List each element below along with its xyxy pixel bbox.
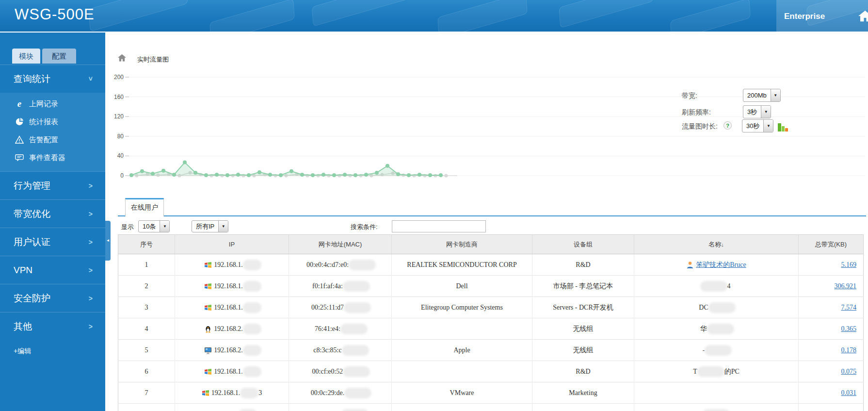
chevron-down-icon[interactable]: ▼ xyxy=(763,120,773,132)
app-root: { "header": { "title": "WSG-500E", "edit… xyxy=(0,0,868,411)
help-icon[interactable]: ? xyxy=(723,121,732,130)
column-header[interactable]: 序号 xyxy=(118,235,175,254)
cell-name: 华 xyxy=(634,318,799,340)
bandwidth-link[interactable]: 7.574 xyxy=(841,304,857,311)
column-header[interactable]: 总带宽(KB) xyxy=(799,235,864,254)
redacted-blur xyxy=(710,304,734,311)
redacted-blur xyxy=(342,326,366,332)
cell-bandwidth: 306.921 xyxy=(799,276,864,297)
sidebar-subitem[interactable]: e上网记录 xyxy=(0,95,105,113)
tab-online-users[interactable]: 在线用户 xyxy=(125,198,164,216)
table-row: 1192.168.1.00:e0:4c:d7:e0:REALTEK SEMICO… xyxy=(118,254,864,276)
redacted-blur xyxy=(346,304,369,311)
cell-name xyxy=(634,404,799,411)
filter-bar: 显示 10条 ▼ 所有IP ▼ 搜索条件: xyxy=(118,219,866,234)
sidebar-edit-link[interactable]: +编辑 xyxy=(14,347,31,356)
redacted-blur xyxy=(709,326,732,332)
home-icon[interactable] xyxy=(858,10,868,22)
cell-group: 市场部 - 李总笔记本 xyxy=(532,276,634,297)
sidebar-item-5[interactable]: 安全防护> xyxy=(0,284,105,312)
sidebar-item-vpn[interactable]: VPN> xyxy=(0,256,105,284)
bandwidth-select[interactable]: 200Mb ▼ xyxy=(743,89,781,102)
ip-filter-select[interactable]: 所有IP ▼ xyxy=(192,220,228,232)
tab-modules[interactable]: 模块 xyxy=(12,49,40,64)
cell-mac: 00:0c:29:de. xyxy=(289,382,392,404)
cell-index: 4 xyxy=(118,318,175,340)
column-header[interactable]: 网卡制造商 xyxy=(392,235,532,254)
sidebar-item-label: VPN xyxy=(14,265,32,275)
table-row: 3192.168.1.00:25:11:d7Elitegroup Compute… xyxy=(118,297,864,318)
keyboard-texture xyxy=(312,0,416,27)
cell-vendor: Dell xyxy=(392,276,532,297)
alert-triangle-icon xyxy=(15,135,24,144)
cell-group: Marketing xyxy=(532,404,634,411)
cell-ip: 192.168.2. xyxy=(175,340,289,361)
chevron-down-icon[interactable]: ▼ xyxy=(160,221,169,232)
redacted-blur xyxy=(245,262,259,268)
table-header-row: 序号IP网卡地址(MAC)网卡制造商设备组名称↓总带宽(KB) xyxy=(118,235,864,254)
redacted-blur xyxy=(699,368,723,375)
cell-name: T的PC xyxy=(634,361,799,382)
page-size-value: 10条 xyxy=(139,221,160,232)
cell-vendor xyxy=(392,318,532,340)
duration-label: 流量图时长: xyxy=(682,122,718,131)
svg-text:200: 200 xyxy=(114,74,124,81)
breadcrumb-home-icon[interactable] xyxy=(118,54,126,62)
sidebar-item-1[interactable]: 行为管理> xyxy=(0,171,105,199)
page-size-select[interactable]: 10条 ▼ xyxy=(138,220,170,232)
bandwidth-link[interactable]: 5.169 xyxy=(841,261,857,268)
bandwidth-link[interactable]: 0.075 xyxy=(841,368,857,375)
message-bubble-icon xyxy=(15,153,24,162)
redacted-blur xyxy=(346,390,370,396)
search-input[interactable] xyxy=(392,220,486,232)
cell-bandwidth: 0.075 xyxy=(799,361,864,382)
cell-index: 8 xyxy=(118,404,175,411)
device-name: 4 xyxy=(727,282,731,290)
cell-ip: 192.168.1. xyxy=(175,297,289,318)
redacted-blur xyxy=(245,347,259,354)
bandwidth-link[interactable]: 0.365 xyxy=(841,325,857,332)
sidebar-item-2[interactable]: 带宽优化> xyxy=(0,199,105,228)
sidebar-subitem[interactable]: 告警配置 xyxy=(0,131,105,148)
bar-chart-icon[interactable] xyxy=(777,122,789,132)
column-header[interactable]: 名称↓ xyxy=(634,235,799,254)
sidebar-menu: 查询统计˅e上网记录统计报表告警配置事件查看器行为管理>带宽优化>用户认证>VP… xyxy=(0,65,105,340)
user-name-link[interactable]: 笨驴技术的Bruce xyxy=(696,261,746,269)
device-name: 华 xyxy=(700,325,707,333)
pie-chart-icon xyxy=(15,117,24,126)
column-header[interactable]: 网卡地址(MAC) xyxy=(289,235,392,254)
cell-mac: 00:25:11:d7 xyxy=(289,297,392,318)
cell-index: 7 xyxy=(118,382,175,404)
sidebar-item-label: 用户认证 xyxy=(14,237,50,247)
tab-config[interactable]: 配置 xyxy=(42,49,76,64)
sidebar-item-6[interactable]: 其他> xyxy=(0,312,105,340)
cell-bandwidth xyxy=(799,404,864,411)
user-icon xyxy=(686,261,694,269)
keyboard-texture xyxy=(559,0,653,28)
chevron-down-icon[interactable]: ▼ xyxy=(761,106,771,118)
cell-mac: 76:41:e4: xyxy=(289,318,392,340)
duration-select[interactable]: 30秒 ▼ xyxy=(742,119,773,132)
sidebar-item-0[interactable]: 查询统计˅ xyxy=(0,65,105,93)
sidebar-subitem[interactable]: 事件查看器 xyxy=(0,148,105,166)
column-header[interactable]: 设备组 xyxy=(532,235,634,254)
monitor-icon xyxy=(204,346,212,354)
chevron-down-icon[interactable]: ▼ xyxy=(218,221,228,232)
cell-group: R&D xyxy=(532,254,634,276)
chevron-down-icon[interactable]: ▼ xyxy=(771,89,780,101)
bandwidth-link[interactable]: 0.031 xyxy=(841,389,857,396)
refresh-rate-select[interactable]: 3秒 ▼ xyxy=(743,105,771,118)
sidebar-item-3[interactable]: 用户认证> xyxy=(0,228,105,256)
bandwidth-link[interactable]: 0.178 xyxy=(841,346,857,354)
svg-text:0: 0 xyxy=(120,172,124,179)
column-header[interactable]: IP xyxy=(175,235,289,254)
cell-group: 无线组 xyxy=(532,340,634,361)
app-title: WSG-500E xyxy=(15,6,95,23)
windows-os-icon xyxy=(204,368,212,376)
bandwidth-link[interactable]: 306.921 xyxy=(835,282,857,290)
cell-vendor: VM xyxy=(392,404,532,411)
redacted-blur xyxy=(245,368,259,375)
sidebar-subitem[interactable]: 统计报表 xyxy=(0,113,105,131)
redacted-blur xyxy=(707,347,730,354)
sidebar-collapse-handle[interactable]: ◄ xyxy=(105,221,111,261)
